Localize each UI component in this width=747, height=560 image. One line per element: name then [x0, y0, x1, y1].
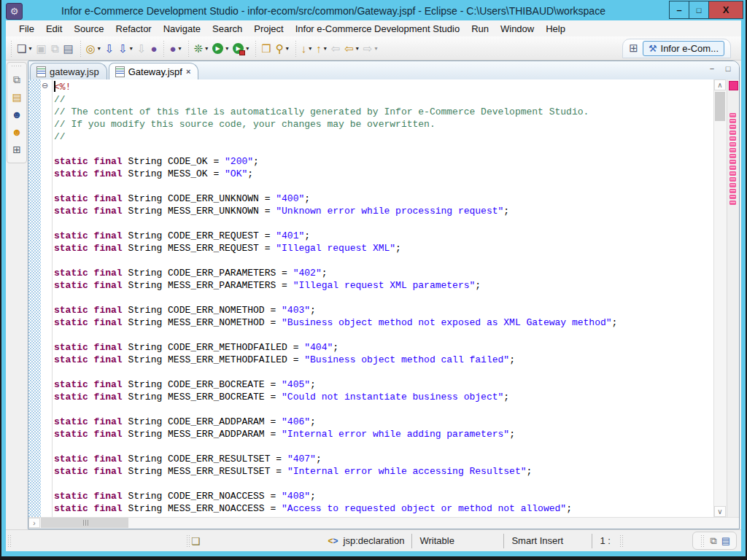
- dropdown-arrow-icon[interactable]: ▾: [309, 45, 311, 52]
- occurrence-marker[interactable]: [729, 154, 736, 158]
- editor-tab-gateway.jsp[interactable]: gateway.jsp: [30, 63, 107, 79]
- editor-tab-gateway.jspf[interactable]: Gateway.jspf×: [109, 63, 199, 79]
- fast-view-grip[interactable]: [11, 65, 23, 68]
- editor-body: ⊖ <%!//// The content of this file is au…: [28, 79, 739, 517]
- jsp-file-icon: [115, 66, 125, 77]
- run-external-tools-button-icon: ▶: [233, 43, 244, 54]
- menu-item-run[interactable]: Run: [465, 22, 495, 36]
- preview-browser-button[interactable]: ◎▾: [84, 39, 103, 57]
- dropdown-arrow-icon[interactable]: ▾: [205, 45, 208, 52]
- dropdown-arrow-icon[interactable]: ▾: [28, 45, 31, 52]
- web-browser-button[interactable]: ●▾: [167, 39, 183, 57]
- code-editor[interactable]: <%!//// The content of this file is auto…: [53, 79, 713, 517]
- close-tab-icon[interactable]: ×: [186, 67, 190, 76]
- menu-item-project[interactable]: Project: [248, 22, 289, 36]
- menu-item-source[interactable]: Source: [68, 22, 109, 36]
- back-button[interactable]: ⇦▾: [342, 39, 361, 57]
- occurrence-marker[interactable]: [729, 148, 736, 152]
- run-external-tools-button[interactable]: ▶▾: [231, 39, 251, 57]
- occurrence-marker[interactable]: [729, 113, 736, 117]
- occurrence-marker[interactable]: [729, 201, 736, 205]
- dropdown-arrow-icon[interactable]: ▾: [225, 45, 228, 52]
- menu-item-search[interactable]: Search: [206, 22, 248, 36]
- menu-item-edit[interactable]: Edit: [40, 22, 68, 36]
- previous-annotation-button[interactable]: ↑▾: [314, 39, 329, 57]
- maximize-editor-icon[interactable]: □: [723, 64, 733, 73]
- next-annotation-button[interactable]: ↓▾: [299, 39, 314, 57]
- badge-icon: [239, 50, 245, 55]
- minimize-editor-icon[interactable]: −: [707, 64, 717, 73]
- vertical-scrollbar[interactable]: ∧ ∨: [713, 79, 727, 517]
- occurrence-marker[interactable]: [729, 195, 736, 199]
- business-object-view-icon[interactable]: ☻: [9, 106, 25, 122]
- search-button[interactable]: ⚲▾: [274, 39, 291, 57]
- menu-item-infor-e-commerce-development-studio[interactable]: Infor e-Commerce Development Studio: [290, 22, 465, 36]
- open-perspective-icon[interactable]: ⊞: [627, 42, 643, 55]
- dropdown-arrow-icon[interactable]: ▾: [130, 45, 133, 52]
- restore-trim-icon[interactable]: ⧉: [710, 535, 716, 547]
- code-line: static final String MESS_ERR_METHODFAILE…: [54, 354, 713, 366]
- occurrence-marker[interactable]: [729, 160, 736, 164]
- active-perspective-button[interactable]: ⚒ Infor e-Com...: [643, 41, 724, 56]
- status-grip[interactable]: [7, 534, 11, 548]
- titlebar[interactable]: ⚙ Infor e-Commerce Development Studio - …: [1, 0, 746, 22]
- run-button[interactable]: ▶▾: [210, 39, 231, 57]
- occurrence-marker[interactable]: [729, 183, 736, 187]
- menu-item-refactor[interactable]: Refactor: [110, 22, 158, 36]
- code-line: static final String CODE_ERR_UNKNOWN = "…: [54, 192, 713, 205]
- dropdown-arrow-icon[interactable]: ▾: [98, 45, 101, 52]
- minimize-button[interactable]: –: [669, 1, 689, 19]
- dropdown-arrow-icon[interactable]: ▾: [179, 45, 182, 52]
- generate-all-button[interactable]: ⇩▾: [116, 39, 135, 57]
- occurrence-marker[interactable]: [729, 177, 736, 182]
- view-list-icon[interactable]: ▤: [721, 535, 730, 546]
- status-grip-2[interactable]: [186, 534, 190, 548]
- dropdown-arrow-icon[interactable]: ▾: [286, 45, 289, 52]
- overview-ruler[interactable]: [727, 79, 739, 517]
- folding-ruler[interactable]: ⊖: [41, 79, 53, 517]
- quick-diff-ruler[interactable]: [28, 79, 41, 517]
- horizontal-scroll-thumb[interactable]: [41, 518, 128, 528]
- maximize-button[interactable]: □: [689, 1, 709, 19]
- generate-button[interactable]: ⇩: [103, 39, 117, 57]
- overview-header-icon[interactable]: [729, 81, 738, 90]
- restore-views-icon[interactable]: ⧉: [9, 71, 25, 88]
- menu-item-help[interactable]: Help: [540, 22, 571, 36]
- menu-item-file[interactable]: File: [13, 22, 40, 36]
- menu-item-navigate[interactable]: Navigate: [158, 22, 206, 36]
- status-trim-grip[interactable]: [700, 534, 704, 548]
- close-button[interactable]: X: [709, 1, 743, 19]
- occurrence-marker[interactable]: [729, 166, 736, 170]
- scroll-right-icon[interactable]: ›: [28, 518, 40, 528]
- package-explorer-view-icon[interactable]: ▤: [9, 89, 25, 105]
- open-folder-button[interactable]: ❒: [259, 39, 273, 57]
- dropdown-arrow-icon[interactable]: ▾: [356, 45, 359, 52]
- deploy-globe-button[interactable]: ●: [148, 39, 159, 57]
- scroll-up-icon[interactable]: ∧: [714, 79, 726, 90]
- vertical-scroll-thumb[interactable]: [715, 92, 725, 121]
- occurrence-marker[interactable]: [729, 136, 736, 141]
- dropdown-arrow-icon[interactable]: ▾: [246, 45, 249, 52]
- occurrence-marker[interactable]: [729, 189, 736, 193]
- show-view-icon[interactable]: ❏: [191, 535, 201, 547]
- toolbar-group: ↓▾↑▾⇦⇦▾⇨▾: [293, 39, 382, 57]
- horizontal-scrollbar[interactable]: ‹ ›: [28, 517, 739, 529]
- occurrence-marker[interactable]: [729, 171, 736, 176]
- scroll-down-icon[interactable]: ∨: [714, 506, 726, 517]
- next-annotation-button-icon: ↓: [301, 43, 307, 54]
- dropdown-arrow-icon[interactable]: ▾: [324, 45, 327, 52]
- collapse-icon[interactable]: ⊖: [42, 81, 48, 90]
- status-grip-3[interactable]: [619, 534, 623, 548]
- new-wizard-button[interactable]: ❏▾: [15, 39, 34, 57]
- menu-item-window[interactable]: Window: [495, 22, 540, 36]
- occurrence-marker[interactable]: [729, 131, 736, 135]
- print-button[interactable]: ▤: [61, 39, 75, 57]
- occurrence-marker[interactable]: [729, 142, 736, 147]
- occurrence-marker[interactable]: [729, 125, 736, 129]
- dropdown-arrow-icon[interactable]: ▾: [374, 45, 377, 52]
- insert-mode-status[interactable]: Smart Insert: [504, 534, 592, 548]
- user-guide-view-icon[interactable]: ☻: [9, 124, 25, 140]
- occurrence-marker[interactable]: [729, 119, 736, 123]
- debug-button[interactable]: ❊▾: [192, 39, 211, 57]
- table-view-icon[interactable]: ⊞: [9, 141, 25, 158]
